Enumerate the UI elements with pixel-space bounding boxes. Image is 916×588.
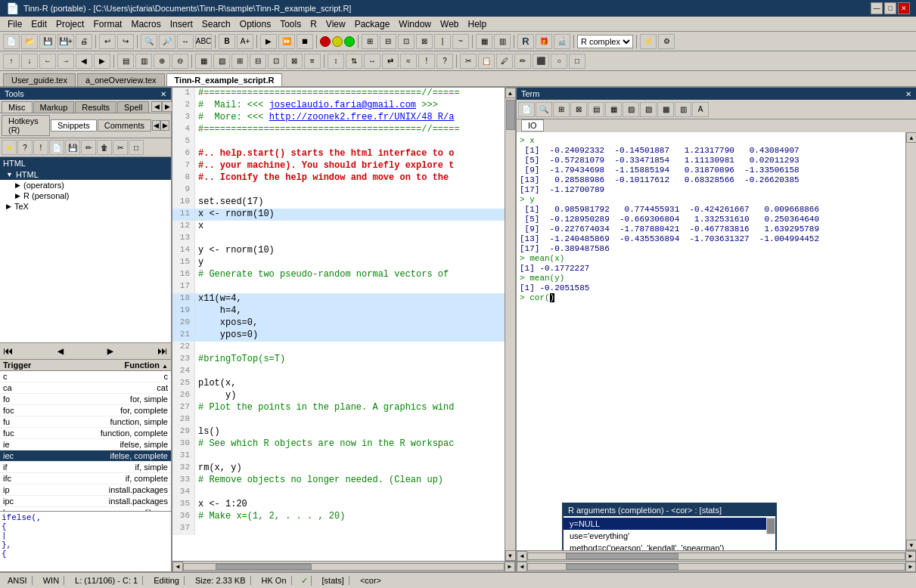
completion-item-ynull[interactable]: y=NULL — [564, 518, 766, 530]
nav-prev-btn[interactable]: ◀ — [57, 345, 64, 357]
tb2-9[interactable]: ⊕ — [154, 54, 170, 69]
wave-btn[interactable]: ~ — [452, 34, 469, 49]
menu-view[interactable]: View — [321, 17, 350, 31]
tree-item-tex[interactable]: ▶TeX — [0, 201, 171, 212]
term-tb11[interactable]: A — [692, 102, 709, 117]
tools-close-btn[interactable]: ✕ — [160, 90, 166, 98]
menu-package[interactable]: Package — [350, 17, 395, 31]
editor-scroll-thumb[interactable] — [506, 100, 515, 130]
editor-content[interactable]: 1#======================================… — [172, 88, 505, 561]
trigger-row-c[interactable]: cc — [0, 371, 171, 382]
completion-item-use[interactable]: use='everything' — [564, 530, 766, 542]
term-tb8[interactable]: ▨ — [640, 102, 657, 117]
tb2-19[interactable]: ⇅ — [346, 54, 362, 69]
term-scroll-up-btn[interactable]: ▲ — [906, 132, 916, 143]
lightning-btn[interactable]: ⚡ — [640, 34, 657, 49]
editor-hscroll-left-btn[interactable]: ◀ — [172, 562, 183, 572]
term-tb7[interactable]: ▧ — [623, 102, 639, 117]
tb2-30[interactable]: ○ — [551, 54, 567, 69]
tb2-12[interactable]: ▧ — [213, 54, 230, 69]
tb2-23[interactable]: ! — [418, 54, 435, 69]
menu-file[interactable]: File — [3, 17, 26, 31]
editor-hscroll-right-btn[interactable]: ▶ — [505, 562, 515, 572]
tb2-6[interactable]: ▶ — [94, 54, 110, 69]
term-scroll-down-btn[interactable]: ▼ — [906, 540, 916, 550]
tb2-29[interactable]: ⬛ — [533, 54, 549, 69]
completion-scrollbar[interactable] — [766, 518, 775, 534]
tb2-2[interactable]: ↓ — [21, 54, 38, 69]
term-content[interactable]: > x [1] -0.24092332 -0.14501887 1.213177… — [517, 132, 905, 550]
term-tb1[interactable]: 📄 — [518, 102, 535, 117]
term-tb3[interactable]: ⊞ — [553, 102, 570, 117]
spell-btn[interactable]: ABC — [195, 34, 212, 49]
r-send2[interactable]: ⏩ — [278, 34, 295, 49]
editor-hscroll-thumb[interactable] — [216, 564, 312, 570]
trigger-row-ipc[interactable]: ipcinstall.packages — [0, 496, 171, 507]
snippets-next-btn[interactable]: ▶ — [160, 120, 169, 131]
tab-results[interactable]: Results — [75, 101, 116, 113]
tb2-18[interactable]: ↕ — [328, 54, 344, 69]
tb2-8[interactable]: ▥ — [135, 54, 152, 69]
menu-web[interactable]: Web — [436, 17, 463, 31]
tb2-16[interactable]: ⊠ — [286, 54, 303, 69]
r-gift-btn[interactable]: 🎁 — [536, 34, 552, 49]
mark1-btn[interactable]: ▦ — [476, 34, 492, 49]
term-hscroll2-track[interactable] — [527, 563, 905, 571]
term-tb2[interactable]: 🔍 — [536, 102, 552, 117]
save-btn[interactable]: 💾 — [39, 34, 56, 49]
tb2-26[interactable]: 📋 — [478, 54, 495, 69]
menu-macros[interactable]: Macros — [126, 17, 165, 31]
r-complex-select[interactable]: R complex — [577, 35, 633, 48]
tool-star-btn[interactable]: ★ — [2, 140, 17, 155]
term-tb9[interactable]: ▩ — [657, 102, 674, 117]
trigger-row-fuc[interactable]: fucfunction, complete — [0, 428, 171, 439]
r-stop[interactable]: ⏹ — [297, 34, 313, 49]
term-tb4[interactable]: ⊠ — [570, 102, 587, 117]
term-tb5[interactable]: ▤ — [588, 102, 604, 117]
tab-example-script[interactable]: Tinn-R_example_script.R — [166, 73, 283, 86]
term-hscroll-right-btn[interactable]: ▶ — [905, 551, 916, 562]
tools-next-btn[interactable]: ▶ — [162, 101, 172, 112]
term-vscrollbar[interactable]: ▲ ▼ — [905, 132, 916, 550]
save-all-btn[interactable]: 💾+ — [57, 34, 74, 49]
editor-vscrollbar[interactable]: ▲ ▼ — [505, 88, 515, 561]
r-send1[interactable]: ▶ — [260, 34, 277, 49]
nav-first-btn[interactable]: ⏮ — [3, 345, 14, 357]
io-tab-btn[interactable]: IO — [521, 119, 544, 132]
print-btn[interactable]: 🖨 — [76, 34, 92, 49]
tab-misc[interactable]: Misc — [2, 101, 33, 113]
tool-edit-btn[interactable]: ✏ — [81, 140, 96, 155]
tool-doc-btn[interactable]: 📄 — [49, 140, 64, 155]
term-hscroll2-thumb[interactable] — [566, 564, 678, 570]
settings-btn[interactable]: ⚙ — [658, 34, 675, 49]
trigger-row-fo[interactable]: fofor, simple — [0, 394, 171, 405]
term-tb6[interactable]: ▦ — [605, 102, 622, 117]
menu-options[interactable]: Options — [235, 17, 275, 31]
font-inc-btn[interactable]: A+ — [237, 34, 253, 49]
tab-markup[interactable]: Markup — [33, 101, 75, 113]
trigger-row-foc[interactable]: focfor, complete — [0, 405, 171, 416]
tree-item-html[interactable]: ▼HTML — [0, 169, 171, 180]
tool-save-btn[interactable]: 💾 — [65, 140, 80, 155]
menu-project[interactable]: Project — [51, 17, 88, 31]
menu-window[interactable]: Window — [394, 17, 436, 31]
tb2-20[interactable]: ↔ — [364, 54, 380, 69]
tb2-7[interactable]: ▤ — [117, 54, 134, 69]
tool-rect-btn[interactable]: □ — [129, 140, 144, 155]
trigger-row-ip[interactable]: ipinstall.packages — [0, 484, 171, 496]
editor-scroll-up-btn[interactable]: ▲ — [505, 88, 516, 98]
tool-erase-btn[interactable]: ✂ — [113, 140, 128, 155]
tb2-25[interactable]: ✂ — [460, 54, 477, 69]
menu-edit[interactable]: Edit — [26, 17, 51, 31]
trigger-row-iec[interactable]: iecifelse, complete — [0, 450, 171, 462]
editor-scroll-down-btn[interactable]: ▼ — [505, 550, 516, 561]
tb2-13[interactable]: ⊞ — [231, 54, 248, 69]
tb2-15[interactable]: ⊡ — [268, 54, 284, 69]
tab-user-guide[interactable]: User_guide.tex — [3, 73, 76, 86]
tb2-10[interactable]: ⊖ — [172, 54, 188, 69]
editor-hscrollbar[interactable]: ◀ ▶ — [172, 561, 515, 571]
comments-tab[interactable]: Comments — [98, 119, 151, 132]
term-hscrollbar2[interactable]: ◀ ▶ — [517, 561, 916, 571]
tab-overview[interactable]: a_oneOverview.tex — [77, 73, 165, 86]
tb2-28[interactable]: ✏ — [514, 54, 531, 69]
